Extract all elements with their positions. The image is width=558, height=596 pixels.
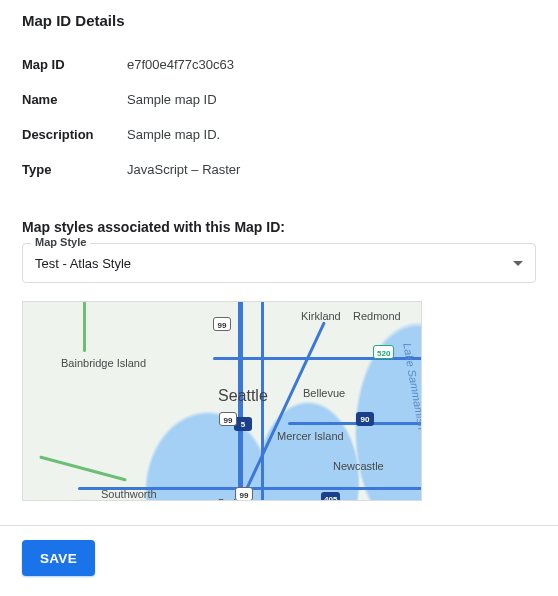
table-row: Type JavaScript – Raster [22,152,536,187]
map-place-label: Newcastle [333,460,384,472]
field-label: Description [22,117,127,152]
map-city-label: Seattle [218,387,268,405]
map-place-label: Mercer Island [277,430,344,442]
table-row: Description Sample map ID. [22,117,536,152]
map-place-label: Bainbridge Island [61,357,146,369]
interstate-badge: 405 [321,492,340,501]
section-title-map-styles: Map styles associated with this Map ID: [22,219,536,235]
field-value-map-id: e7f00e4f77c30c63 [127,47,536,82]
route-badge: 99 [219,412,237,426]
route-badge: 99 [235,487,253,501]
map-place-label: Southworth [101,488,157,500]
interstate-badge: 90 [356,412,374,426]
details-table: Map ID e7f00e4f77c30c63 Name Sample map … [22,47,536,187]
map-style-select[interactable]: Map Style Test - Atlas Style [22,243,536,283]
map-place-label: Redmond [353,310,401,322]
field-value-description: Sample map ID. [127,117,536,152]
footer-bar: SAVE [0,525,558,590]
map-place-label: Kirkland [301,310,341,322]
dropdown-arrow-icon [513,261,523,266]
map-place-label: Bellevue [303,387,345,399]
table-row: Name Sample map ID [22,82,536,117]
field-value-name: Sample map ID [127,82,536,117]
map-preview: Seattle Kirkland Redmond Bellevue Mercer… [22,301,422,501]
field-label: Map ID [22,47,127,82]
field-label: Name [22,82,127,117]
field-label: Type [22,152,127,187]
save-button[interactable]: SAVE [22,540,95,576]
section-title-map-id-details: Map ID Details [22,12,536,29]
highway-badge: 520 [373,345,394,359]
select-value: Test - Atlas Style [35,256,513,271]
field-value-type: JavaScript – Raster [127,152,536,187]
select-label: Map Style [31,236,90,248]
route-badge: 99 [213,317,231,331]
table-row: Map ID e7f00e4f77c30c63 [22,47,536,82]
